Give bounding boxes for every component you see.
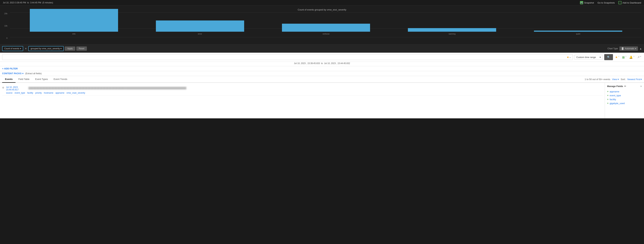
bar-group-warning[interactable]: warning <box>389 28 515 35</box>
search-input[interactable] <box>4 56 566 59</box>
bar-chart-icon: ▐▌ <box>621 47 624 50</box>
tab-event-trends[interactable]: Event Trends <box>51 76 70 83</box>
add-widget-icon: ▦ <box>622 56 625 59</box>
star-icon: ★ <box>566 56 569 59</box>
search-button[interactable]: 🔍 <box>604 54 613 60</box>
group-caret: ▾ <box>60 47 62 50</box>
event-field-hostname[interactable]: hostname <box>44 92 53 94</box>
bar-quiet[interactable] <box>534 31 622 32</box>
reset-button[interactable]: Reset <box>76 46 87 51</box>
add-to-favorites-button[interactable]: ★ + <box>614 55 620 60</box>
bar-label-error: error <box>198 33 202 35</box>
event-body: Jul 10, 2023 15:44:45.817 ██████████████… <box>6 86 602 94</box>
add-to-dashboard-icon: + <box>618 1 622 4</box>
group-by-button[interactable]: grouped by vmw_esxi_severity ▾ <box>28 46 64 51</box>
bell-icon: 🔔 <box>629 56 633 59</box>
event-field-event-type[interactable]: event_type <box>14 92 25 94</box>
search-input-wrapper: ★ ▾ <box>2 54 573 60</box>
time-range-label: Custom time range <box>576 56 596 59</box>
event-field-source[interactable]: source <box>6 92 12 94</box>
query-controls: Count of events ▾ + grouped by vmw_esxi_… <box>2 46 642 51</box>
field-plus-icon-2: + <box>607 94 608 97</box>
manage-fields-panel: Manage Fields ✏ » + appname + event_type… <box>605 83 644 118</box>
time-start: Jul 10, 2023 3:39:45 PM <box>3 1 26 4</box>
event-field-priority[interactable]: priority <box>35 92 42 94</box>
tabs-left: Events Field Table Event Types Event Tre… <box>2 76 70 82</box>
apply-button[interactable]: Apply <box>65 46 75 51</box>
bar-info[interactable] <box>30 9 118 32</box>
chart-type-area: Chart Type ▐▌ Automatic ▾ ▲ <box>608 46 642 51</box>
add-filter-button[interactable]: + ADD FILTER <box>2 67 18 70</box>
bar-group-quiet[interactable]: quiet <box>515 31 641 35</box>
sort-caret: ▾ <box>640 78 642 81</box>
chart-area: 20k 10k 0 info error verbose <box>3 12 641 44</box>
chart-container: Count of events grouped by vmw_esxi_seve… <box>0 5 644 44</box>
field-plus-icon-3: + <box>607 98 608 101</box>
collapse-chart-button[interactable]: ▲ <box>639 47 642 50</box>
event-timestamp: Jul 10, 2023 15:44:45.817 <box>6 86 26 91</box>
search-section: ★ ▾ Custom time range ▾ 🔍 ★ + ▦ + 🔔 + ↗ … <box>0 53 644 62</box>
tab-events[interactable]: Events <box>2 76 16 83</box>
chart-type-label: Chart Type <box>608 47 618 50</box>
filter-bar: + ADD FILTER <box>0 66 644 71</box>
add-badge: + <box>618 56 619 57</box>
bar-error[interactable] <box>156 20 244 32</box>
content-packs-button[interactable]: CONTENT PACKS ▾ <box>2 72 23 75</box>
event-time: 15:44:45.817 <box>6 89 26 91</box>
extract-fields-text: (Extract all fields) <box>25 72 42 75</box>
favorite-star-button[interactable]: ★ ▾ <box>566 56 572 59</box>
content-packs-caret: ▾ <box>22 72 24 75</box>
bar-group-info[interactable]: info <box>11 9 137 35</box>
share-icon: ↗ <box>637 56 640 59</box>
tab-event-types[interactable]: Event Types <box>32 76 51 83</box>
field-item-appname[interactable]: + appname <box>607 90 642 94</box>
event-text: ████████████████████████████████████████… <box>28 87 187 90</box>
tab-field-table[interactable]: Field Table <box>16 76 32 83</box>
add-widget-button[interactable]: ▦ + <box>621 55 627 60</box>
event-date: Jul 10, 2023 <box>6 86 26 89</box>
manage-fields-header: Manage Fields ✏ » <box>607 85 642 88</box>
field-item-facility[interactable]: + facility <box>607 97 642 101</box>
field-item-gigabyte-used[interactable]: + gigabyte_used <box>607 101 642 105</box>
chart-type-button[interactable]: ▐▌ Automatic ▾ <box>620 46 638 51</box>
bar-warning[interactable] <box>408 28 496 32</box>
sort-button[interactable]: Newest First ▾ <box>628 78 642 81</box>
time-duration: (5 minutes) <box>42 1 53 4</box>
add-favorite-icon: ★ <box>615 56 618 59</box>
bar-label-warning: warning <box>449 33 456 35</box>
count-label: Count of events <box>4 47 19 50</box>
search-icon: 🔍 <box>607 56 610 59</box>
snapshot-button[interactable]: 📷 Snapshot <box>580 1 594 4</box>
action-icons: ★ + ▦ + 🔔 + ↗ ▾ <box>614 55 642 60</box>
alert-badge: + <box>634 56 634 57</box>
view-button[interactable]: View ▾ <box>612 78 619 81</box>
count-of-events-button[interactable]: Count of events ▾ <box>2 46 23 51</box>
field-plus-icon: + <box>607 90 608 93</box>
add-to-dashboard-button[interactable]: + Add to Dashboard <box>618 1 641 4</box>
star-caret: ▾ <box>570 57 570 59</box>
event-gear-icon[interactable]: ⚙ <box>2 86 4 89</box>
event-field-facility[interactable]: facility <box>27 92 33 94</box>
count-caret: ▾ <box>20 47 21 50</box>
alert-button[interactable]: 🔔 + <box>628 55 635 60</box>
edit-fields-icon[interactable]: ✏ <box>624 85 626 88</box>
bar-group-error[interactable]: error <box>137 20 263 35</box>
tabs-row: Events Field Table Event Types Event Tre… <box>0 76 644 83</box>
time-separator: to <box>27 1 29 4</box>
time-range-dropdown[interactable]: Custom time range ▾ <box>574 55 603 60</box>
chart-bars: info error verbose warning quiet <box>3 12 641 39</box>
bar-verbose[interactable] <box>282 24 370 32</box>
event-field-appname[interactable]: appname <box>56 92 64 94</box>
time-to-detail: Jul 10, 2023 , 15:44:45.832 <box>324 62 350 65</box>
event-field-vmw-vsan-severity[interactable]: vmw_vsan_severity <box>66 92 85 94</box>
share-button[interactable]: ↗ ▾ <box>636 55 642 60</box>
bar-label-info: info <box>72 33 76 35</box>
add-metric-button[interactable]: + <box>24 47 27 50</box>
collapse-panel-button[interactable]: » <box>640 85 642 88</box>
content-packs-bar: CONTENT PACKS ▾ (Extract all fields) <box>0 71 644 76</box>
go-to-snapshots-button[interactable]: Go to Snapshots <box>598 1 615 4</box>
event-list: ⚙ Jul 10, 2023 15:44:45.817 ████████████… <box>0 83 605 118</box>
time-range-detail-row: Jul 10, 2023 , 15:39:45.833 to Jul 10, 2… <box>0 62 644 66</box>
field-item-event-type[interactable]: + event_type <box>607 94 642 97</box>
bar-group-verbose[interactable]: verbose <box>263 24 389 35</box>
